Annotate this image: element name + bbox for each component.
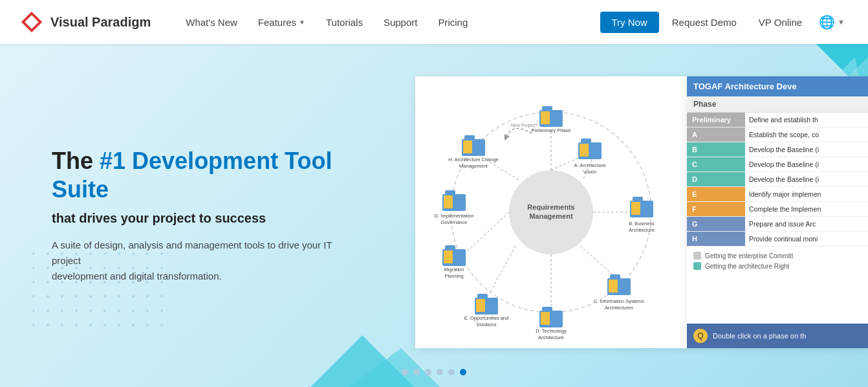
togaf-row-label: E: [687, 187, 745, 201]
language-selector[interactable]: 🌐 ▼: [815, 12, 849, 32]
svg-text:Architecture: Architecture: [538, 335, 564, 340]
language-chevron-icon: ▼: [838, 18, 845, 26]
slide-dot[interactable]: [402, 369, 408, 375]
svg-text:Governance: Governance: [441, 219, 468, 225]
togaf-row-label: B: [687, 142, 745, 157]
svg-rect-22: [610, 274, 620, 280]
togaf-footer: Q Double click on a phase on th: [687, 324, 868, 348]
slide-dot[interactable]: [460, 369, 466, 375]
svg-text:H. Architecture Change: H. Architecture Change: [448, 157, 499, 162]
svg-rect-23: [609, 280, 618, 293]
svg-rect-52: [542, 106, 552, 111]
togaf-wheel-svg: Requirements Management A. Architecture …: [415, 76, 687, 348]
svg-text:A. Architecture: A. Architecture: [574, 162, 606, 168]
svg-rect-28: [541, 312, 550, 325]
svg-rect-47: [464, 135, 475, 140]
togaf-row-label: D: [687, 172, 745, 186]
svg-text:G. Implementation: G. Implementation: [434, 213, 473, 219]
nav-support[interactable]: Support: [374, 12, 427, 33]
slide-dot[interactable]: [425, 369, 431, 375]
togaf-row-label: C: [687, 157, 745, 171]
togaf-row-label: H: [687, 232, 745, 246]
globe-icon: 🌐: [819, 14, 835, 30]
svg-text:Requirements: Requirements: [527, 203, 574, 211]
legend-item: Getting the architecture Right: [693, 262, 862, 270]
togaf-row: C Develop the Baseline (i: [687, 157, 868, 172]
svg-rect-42: [445, 190, 455, 195]
nav-features[interactable]: Features ▼: [249, 12, 314, 33]
hero-title: The #1 Development Tool Suite: [52, 147, 362, 203]
togaf-row: Preliminary Define and establish th: [687, 113, 868, 127]
svg-text:Architectures: Architectures: [605, 305, 633, 311]
features-chevron-icon: ▼: [299, 19, 305, 26]
svg-rect-27: [542, 307, 552, 312]
togaf-row-desc: Provide continual moni: [745, 232, 868, 246]
slide-dots: [402, 369, 466, 375]
svg-text:New Project?: New Project?: [511, 123, 538, 128]
togaf-row-desc: Complete the Implemen: [745, 202, 868, 216]
brand-name: Visual Paradigm: [50, 15, 151, 30]
togaf-row-label: F: [687, 202, 745, 216]
togaf-row: F Complete the Implemen: [687, 202, 868, 217]
togaf-row-label: G: [687, 217, 745, 231]
wheel-diagram: Requirements Management A. Architecture …: [415, 76, 687, 348]
svg-rect-37: [445, 245, 455, 250]
logo-icon: [19, 10, 44, 34]
legend-text: Getting the architecture Right: [705, 263, 789, 270]
svg-line-59: [580, 246, 616, 277]
togaf-row: G Prepare and issue Arc: [687, 217, 868, 232]
svg-rect-18: [631, 202, 640, 215]
slide-dot[interactable]: [448, 369, 455, 375]
togaf-row: B Develop the Baseline (i: [687, 142, 868, 157]
svg-rect-53: [541, 111, 550, 124]
navbar: Visual Paradigm What's New Features ▼ Tu…: [0, 0, 868, 44]
togaf-row-desc: Define and establish th: [745, 113, 868, 127]
togaf-row-label: Preliminary: [687, 113, 745, 127]
togaf-panel: TOGAF Architecture Deve Phase Preliminar…: [687, 76, 868, 348]
try-now-button[interactable]: Try Now: [600, 12, 659, 33]
togaf-row: E Identify major implemen: [687, 187, 868, 202]
nav-vp-online[interactable]: VP Online: [750, 12, 811, 33]
togaf-row-label: A: [687, 127, 745, 142]
hero-text: The #1 Development Tool Suite that drive…: [0, 147, 362, 283]
svg-rect-13: [580, 144, 589, 157]
nav-tutorials[interactable]: Tutorials: [317, 12, 372, 33]
svg-line-61: [490, 246, 515, 293]
svg-rect-48: [463, 140, 472, 153]
legend-dot: [693, 252, 701, 260]
svg-rect-38: [444, 250, 453, 263]
hero-description: A suite of design, analysis and manageme…: [52, 238, 362, 284]
togaf-row-desc: Develop the Baseline (i: [745, 142, 868, 157]
slide-dot[interactable]: [437, 369, 443, 375]
nav-right: Try Now Request Demo VP Online 🌐 ▼: [600, 12, 849, 33]
svg-text:Solutions: Solutions: [477, 322, 497, 327]
svg-text:B. Business: B. Business: [629, 221, 655, 227]
togaf-row: H Provide continual moni: [687, 232, 868, 247]
legend-text: Getting the enterprise Committ: [705, 252, 793, 260]
svg-text:Migration: Migration: [444, 267, 464, 272]
svg-text:Management: Management: [459, 163, 488, 169]
togaf-header: TOGAF Architecture Deve: [687, 76, 868, 96]
legend-dot: [693, 262, 701, 270]
nav-pricing[interactable]: Pricing: [429, 12, 477, 33]
hero-subtitle: that drives your project to success: [52, 211, 362, 226]
togaf-row-desc: Develop the Baseline (i: [745, 172, 868, 186]
svg-text:C. Information Systems: C. Information Systems: [594, 298, 644, 304]
nav-request-demo[interactable]: Request Demo: [663, 12, 746, 33]
svg-text:E. Opportunities and: E. Opportunities and: [464, 315, 508, 321]
togaf-legend: Getting the enterprise Committ Getting t…: [687, 247, 868, 278]
slide-dot[interactable]: [413, 369, 420, 375]
svg-rect-32: [477, 294, 488, 299]
legend-item: Getting the enterprise Committ: [693, 252, 862, 260]
svg-text:Planning: Planning: [444, 273, 463, 279]
nav-whats-new[interactable]: What's New: [177, 12, 246, 33]
svg-rect-33: [476, 299, 485, 312]
diagram-container: Requirements Management A. Architecture …: [415, 44, 868, 387]
togaf-row-desc: Develop the Baseline (i: [745, 157, 868, 171]
togaf-row-desc: Identify major implemen: [745, 187, 868, 201]
logo[interactable]: Visual Paradigm: [19, 10, 151, 34]
svg-text:Architecture: Architecture: [629, 227, 655, 233]
hero-section: (function(){ const dp = document.querySe…: [0, 44, 868, 387]
togaf-row-desc: Establish the scope, co: [745, 127, 868, 142]
togaf-row: D Develop the Baseline (i: [687, 172, 868, 187]
